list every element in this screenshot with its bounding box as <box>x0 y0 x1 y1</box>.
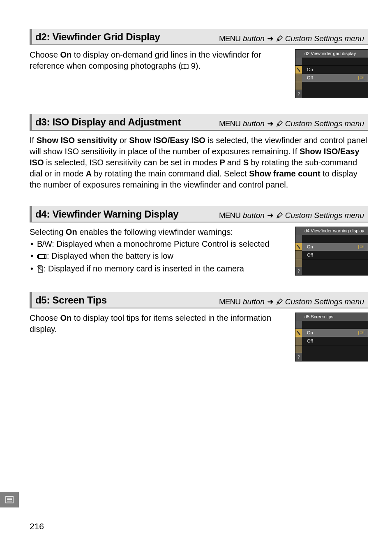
text: by rotating the main command dial. Selec… <box>92 169 249 178</box>
menu-label: MENU <box>219 118 240 129</box>
section-breadcrumb: MENU button ➜ Custom Settings menu <box>219 33 364 44</box>
option-off: Off <box>307 252 313 258</box>
menu-list-icon <box>5 496 14 503</box>
section-body-d2: Choose On to display on-demand grid line… <box>30 49 368 98</box>
page-ref-icon <box>181 61 189 72</box>
text: : Displayed if no memory card is inserte… <box>44 264 244 273</box>
screenshot-title: d4 Viewfinder warning display <box>295 227 368 235</box>
list-item <box>302 321 368 329</box>
list-item-selected: OffOK <box>302 74 368 82</box>
section-title: d5: Screen Tips <box>35 294 107 307</box>
text: 9). <box>189 61 201 70</box>
option-on: On <box>307 244 313 250</box>
option-on: On <box>66 227 77 236</box>
ok-icon: OK <box>358 245 365 249</box>
tab <box>295 251 302 259</box>
list-item: : Displayed when the battery is low <box>30 250 289 262</box>
tab-pencil-icon <box>295 243 302 251</box>
screenshot-title: d2 Viewfinder grid display <box>295 50 368 58</box>
option-on: On <box>60 50 72 59</box>
tab <box>295 74 302 82</box>
section-breadcrumb: MENU button ➜ Custom Settings menu <box>219 118 364 129</box>
section-heading-d5: d5: Screen Tips MENU button ➜ Custom Set… <box>30 292 368 308</box>
text: Selecting <box>30 227 66 236</box>
option-off: Off <box>307 75 313 81</box>
text: Choose <box>30 313 60 322</box>
option-on: On <box>307 330 313 336</box>
section-breadcrumb: MENU button ➜ Custom Settings menu <box>219 297 364 307</box>
body-text: Choose On to display on-demand grid line… <box>30 49 289 98</box>
option-name: Show ISO/Easy ISO <box>129 136 205 145</box>
section-breadcrumb: MENU button ➜ Custom Settings menu <box>219 210 364 221</box>
list-item: Off <box>302 337 368 345</box>
text: : Displayed when the battery is low <box>47 251 173 260</box>
mode-p: P <box>219 158 225 167</box>
text: enables the following viewfinder warning… <box>77 227 233 236</box>
section-title: d2: Viewfinder Grid Display <box>35 30 160 44</box>
battery-low-icon <box>37 251 47 262</box>
arrow-right-icon: ➜ <box>267 297 274 307</box>
breadcrumb-target: Custom Settings menu <box>285 118 364 129</box>
screenshot-d2: d2 Viewfinder grid display ? On OffOK <box>295 49 368 98</box>
menu-label: MENU <box>219 210 240 221</box>
tab <box>295 345 302 354</box>
screenshot-sidebar: ? <box>295 235 302 275</box>
option-name: Show ISO sensitivity <box>37 136 118 145</box>
screenshot-d4: d4 Viewfinder warning display ? OnOK Off <box>295 227 368 276</box>
svg-rect-1 <box>44 255 45 258</box>
list-filler <box>302 259 368 275</box>
text: or <box>117 136 129 145</box>
menu-label: MENU <box>219 33 240 44</box>
arrow-right-icon: ➜ <box>267 210 274 221</box>
button-word: button <box>243 297 265 307</box>
button-word: button <box>243 210 265 221</box>
menu-label: MENU <box>219 297 240 307</box>
list-filler <box>302 82 368 98</box>
section-heading-d4: d4: Viewfinder Warning Display MENU butt… <box>30 206 368 222</box>
pencil-icon <box>276 212 283 219</box>
screenshot-list: On OffOK <box>302 58 368 98</box>
text: If <box>30 136 37 145</box>
page-number: 216 <box>30 521 44 532</box>
section-body-d5: Choose On to display tool tips for items… <box>30 313 368 361</box>
section-title: d4: Viewfinder Warning Display <box>35 208 178 221</box>
screenshot-list: OnOK Off <box>302 235 368 275</box>
warning-list: B/W: Displayed when a monochrome Picture… <box>30 239 289 276</box>
option-on: On <box>60 313 72 322</box>
text: is selected, ISO sensitivity can be set … <box>44 158 219 167</box>
arrow-right-icon: ➜ <box>267 33 274 44</box>
section-heading-d2: d2: Viewfinder Grid Display MENU button … <box>30 29 368 45</box>
button-word: button <box>243 33 265 44</box>
tab <box>295 235 302 243</box>
screenshot-d5: d5 Screen tips ? OnOK Off <box>295 313 368 361</box>
section-body-d3: If Show ISO sensitivity or Show ISO/Easy… <box>30 135 368 190</box>
svg-rect-3 <box>40 266 40 268</box>
tab <box>295 321 302 329</box>
no-card-icon <box>37 264 44 276</box>
screenshot-sidebar: ? <box>295 321 302 361</box>
tab-help-icon: ? <box>295 90 302 98</box>
pencil-icon <box>276 35 283 42</box>
svg-rect-2 <box>39 266 39 268</box>
option-off: Off <box>307 338 313 344</box>
list-item: : Displayed if no memory card is inserte… <box>30 263 289 276</box>
text: Choose <box>30 50 60 59</box>
ok-icon: OK <box>358 331 365 335</box>
section-heading-d3: d3: ISO Display and Adjustment MENU butt… <box>30 114 368 130</box>
breadcrumb-target: Custom Settings menu <box>285 210 364 221</box>
tab <box>295 58 302 66</box>
option-name: Show frame count <box>249 169 320 178</box>
screenshot-title: d5 Screen tips <box>295 313 368 321</box>
section-title: d3: ISO Display and Adjustment <box>35 116 181 129</box>
list-item-selected: OnOK <box>302 243 368 251</box>
arrow-right-icon: ➜ <box>267 118 274 129</box>
tab <box>295 337 302 345</box>
mode-a: A <box>86 169 92 178</box>
tab <box>295 259 302 267</box>
section-body-d4: Selecting On enables the following viewf… <box>30 227 368 276</box>
tab-pencil-icon <box>295 66 302 74</box>
tab-pencil-icon <box>295 329 302 337</box>
footer-section-tab <box>0 492 19 507</box>
svg-rect-0 <box>37 255 38 258</box>
body-text: Choose On to display tool tips for items… <box>30 313 289 361</box>
